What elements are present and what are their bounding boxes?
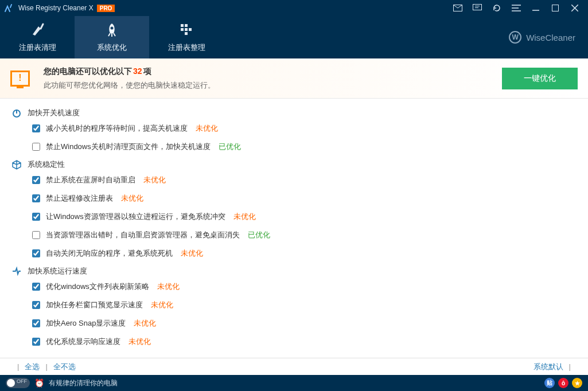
refresh-icon[interactable] <box>487 0 507 16</box>
option-checkbox[interactable] <box>32 249 40 257</box>
notice-count: 32 <box>133 67 142 76</box>
pro-badge: PRO <box>97 5 115 12</box>
option-row: 禁止系统在蓝屏时自动重启未优化 <box>0 171 588 189</box>
option-status: 未优化 <box>121 193 143 204</box>
option-label: 优化系统显示响应速度 <box>46 337 120 347</box>
tabs-bar: 注册表清理 系统优化 注册表整理 W WiseCleaner <box>0 16 588 58</box>
option-checkbox[interactable] <box>32 124 40 132</box>
clock-icon: ⏰ <box>34 378 44 388</box>
tab-label: 注册表清理 <box>19 42 56 53</box>
defrag-icon <box>178 22 194 38</box>
option-label: 当资源管理器出错时，自动重启资源管理器，避免桌面消失 <box>46 230 240 240</box>
option-status: 已优化 <box>219 142 241 152</box>
option-status: 未优化 <box>143 175 166 185</box>
option-row: 自动关闭无响应的程序，避免系统死机未优化 <box>0 244 588 263</box>
option-row: 加快Aero Snap显示速度未优化 <box>0 314 588 333</box>
svg-rect-6 <box>181 28 184 31</box>
option-checkbox[interactable] <box>32 301 40 309</box>
option-status: 未优化 <box>151 300 173 310</box>
app-title: Wise Registry Cleaner X <box>18 4 94 12</box>
separator: | <box>17 362 19 371</box>
group-title: 加快系统运行速度 <box>28 266 87 276</box>
option-label: 自动关闭无响应的程序，避免系统死机 <box>46 248 173 259</box>
tab-label: 系统优化 <box>97 42 127 53</box>
option-checkbox[interactable] <box>32 319 40 327</box>
option-label: 禁止Windows关机时清理页面文件，加快关机速度 <box>46 142 211 152</box>
schedule-toggle[interactable]: OFF <box>6 378 30 388</box>
option-label: 优化windows文件列表刷新策略 <box>46 281 149 292</box>
speed-icon <box>11 266 22 276</box>
option-row: 优化windows文件列表刷新策略未优化 <box>0 277 588 296</box>
option-row: 让Windows资源管理器以独立进程运行，避免系统冲突未优化 <box>0 208 588 226</box>
notice-head-pre: 您的电脑还可以优化以下 <box>44 67 132 77</box>
option-checkbox[interactable] <box>32 176 40 184</box>
close-icon[interactable] <box>565 0 585 16</box>
option-checkbox[interactable] <box>32 213 40 221</box>
group-title: 加快开关机速度 <box>28 108 80 118</box>
svg-rect-8 <box>189 28 192 31</box>
optimize-now-button[interactable]: 一键优化 <box>502 68 578 89</box>
option-checkbox[interactable] <box>32 194 40 202</box>
svg-point-3 <box>111 27 114 30</box>
alert-icon <box>10 71 30 87</box>
system-default-link[interactable]: 系统默认 <box>534 362 563 372</box>
group-header: 系统稳定性 <box>0 156 588 171</box>
rocket-icon <box>104 22 120 38</box>
option-label: 让Windows资源管理器以独立进程运行，避免系统冲突 <box>46 212 225 222</box>
cube-icon <box>11 159 22 170</box>
selection-bar: | 全选 | 全不选 系统默认 | <box>0 358 588 375</box>
maximize-icon[interactable] <box>546 0 565 16</box>
svg-rect-1 <box>473 5 482 10</box>
status-text: 有规律的清理你的电脑 <box>49 378 118 388</box>
option-checkbox[interactable] <box>32 283 40 291</box>
option-label: 禁止远程修改注册表 <box>46 193 113 204</box>
option-status: 未优化 <box>181 248 203 259</box>
tab-registry-cleaner[interactable]: 注册表清理 <box>0 16 75 58</box>
menu-icon[interactable] <box>507 0 526 16</box>
weibo-icon[interactable]: ô <box>558 378 568 388</box>
separator: | <box>569 362 571 371</box>
option-status: 未优化 <box>196 123 218 134</box>
brand-text: WiseCleaner <box>526 33 575 42</box>
option-checkbox[interactable] <box>32 338 40 346</box>
option-label: 加快Aero Snap显示速度 <box>46 318 126 329</box>
option-status: 未优化 <box>128 337 151 347</box>
option-checkbox[interactable] <box>32 231 40 239</box>
separator: | <box>45 362 47 371</box>
option-checkbox[interactable] <box>32 143 40 151</box>
option-status: 未优化 <box>134 318 156 329</box>
svg-rect-2 <box>552 5 559 11</box>
tab-registry-defrag[interactable]: 注册表整理 <box>149 16 224 58</box>
option-status: 已优化 <box>248 230 270 240</box>
brand-link[interactable]: W WiseCleaner <box>509 16 588 58</box>
option-row: 禁止Windows关机时清理页面文件，加快关机速度已优化 <box>0 138 588 156</box>
favorite-icon[interactable]: ★ <box>572 378 582 388</box>
chat-icon[interactable] <box>468 0 487 16</box>
power-icon <box>11 108 22 118</box>
svg-rect-9 <box>185 32 188 35</box>
minimize-icon[interactable] <box>526 0 546 16</box>
option-row: 禁止远程修改注册表未优化 <box>0 189 588 208</box>
option-status: 未优化 <box>157 281 180 292</box>
mail-icon[interactable] <box>448 0 468 16</box>
svg-rect-4 <box>181 24 184 27</box>
tab-label: 注册表整理 <box>168 42 205 53</box>
tab-system-optimize[interactable]: 系统优化 <box>75 16 149 58</box>
notice-bar: 您的电脑还可以优化以下 32 项 此功能可帮您优化网络，使您的电脑快速稳定运行。… <box>0 58 588 99</box>
select-all-link[interactable]: 全选 <box>25 362 40 372</box>
brand-icon: W <box>509 31 521 44</box>
option-label: 禁止系统在蓝屏时自动重启 <box>46 175 135 185</box>
brush-icon <box>29 22 45 38</box>
app-icon <box>3 3 14 13</box>
tieba-icon[interactable]: 贴 <box>544 378 555 388</box>
notice-subtext: 此功能可帮您优化网络，使您的电脑快速稳定运行。 <box>44 80 502 91</box>
option-row: 当资源管理器出错时，自动重启资源管理器，避免桌面消失已优化 <box>0 226 588 244</box>
option-label: 减小关机时的程序等待时间，提高关机速度 <box>46 123 188 134</box>
option-status: 未优化 <box>233 212 256 222</box>
option-row: 优化系统显示响应速度未优化 <box>0 333 588 351</box>
toggle-label: OFF <box>17 378 27 384</box>
title-bar: Wise Registry Cleaner X PRO <box>0 0 588 16</box>
select-none-link[interactable]: 全不选 <box>53 362 76 372</box>
notice-head-post: 项 <box>143 67 151 77</box>
option-row: 减小关机时的程序等待时间，提高关机速度未优化 <box>0 119 588 138</box>
